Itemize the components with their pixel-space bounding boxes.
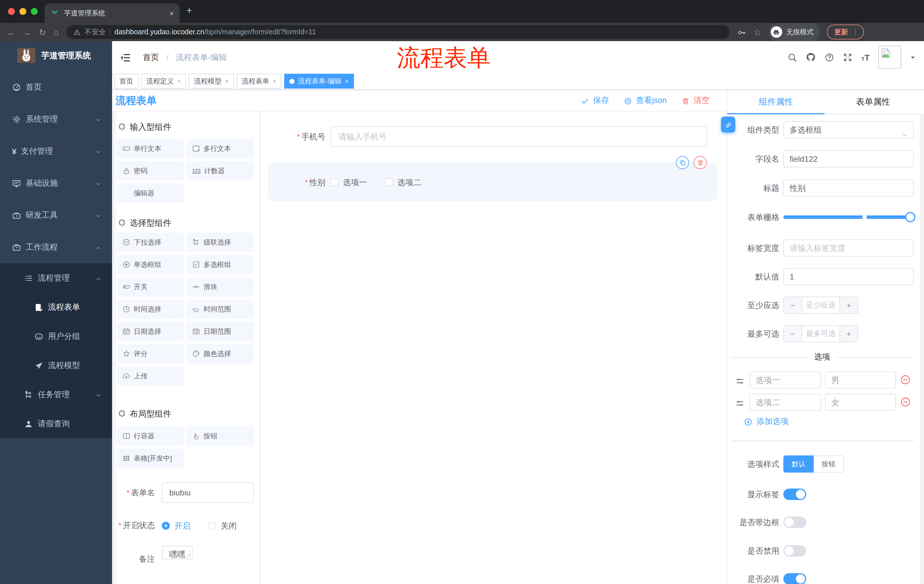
toggle-是否带边框[interactable] [783, 517, 806, 528]
browser-menu-kebab-icon[interactable]: ⋮ [852, 28, 859, 36]
bookmark-star-icon[interactable]: ☆ [753, 28, 762, 36]
tab-close-icon[interactable]: × [170, 9, 174, 17]
checkbox[interactable] [330, 178, 338, 186]
password-key-icon[interactable] [737, 27, 746, 37]
sidebar-item-1[interactable]: 系统管理 [0, 104, 112, 135]
remove-option-button[interactable] [900, 374, 911, 385]
status-radio-on[interactable]: 开启 [162, 521, 190, 531]
tag-1[interactable]: 流程定义× [141, 74, 186, 89]
field-name-input[interactable]: field122 [783, 150, 914, 168]
sidebar-item-6[interactable]: 流程管理 [0, 263, 112, 293]
sidebar-item-11[interactable]: 请假查询 [0, 409, 112, 438]
remove-option-button[interactable] [900, 396, 911, 408]
option-value-input[interactable]: 女 [825, 394, 896, 411]
breadcrumb-home[interactable]: 首页 [143, 53, 159, 62]
palette-item-评分[interactable]: 评分 [117, 344, 184, 364]
sidebar-item-0[interactable]: 首页 [0, 71, 112, 104]
option-value-input[interactable]: 男 [825, 372, 896, 388]
save-button[interactable]: 保存 [581, 95, 609, 105]
delete-component-button[interactable] [693, 156, 707, 169]
sidebar-item-9[interactable]: 流程模型 [0, 351, 112, 380]
tag-2[interactable]: 流程模型× [189, 74, 234, 89]
fullscreen-icon[interactable] [843, 52, 853, 63]
palette-item-日期选择[interactable]: 日期选择 [117, 322, 184, 341]
palette-item-表格[开发中][interactable]: 表格[开发中] [117, 449, 184, 468]
toggle-是否禁用[interactable] [783, 545, 806, 556]
view-json-button[interactable]: 查看json [624, 95, 667, 105]
tag-3[interactable]: 流程表单× [237, 74, 282, 89]
status-radio-off[interactable]: 关闭 [208, 521, 237, 531]
palette-item-计数器[interactable]: 123计数器 [186, 161, 254, 181]
scrollbar-track[interactable] [920, 114, 924, 584]
phone-input[interactable]: 请输入手机号 [330, 126, 707, 147]
palette-item-级联选择[interactable]: 级联选择 [186, 233, 254, 252]
gender-option-1[interactable]: 选项二 [385, 177, 421, 188]
tag-close-icon[interactable]: × [225, 78, 229, 85]
palette-item-开关[interactable]: 开关 [117, 277, 184, 296]
add-option-button[interactable]: 添加选项 [744, 416, 789, 427]
toggle-显示标签[interactable] [783, 489, 806, 500]
palette-item-密码[interactable]: 密码 [117, 161, 184, 181]
tag-close-icon[interactable]: × [345, 78, 349, 85]
address-bar[interactable]: 不安全 dashboard.yudao.iocoder.cn/bpm/manag… [66, 25, 729, 39]
palette-item-编辑器[interactable]: 编辑器 [117, 183, 184, 203]
palette-item-时间范围[interactable]: 时间范围 [186, 299, 254, 319]
palette-item-上传[interactable]: 上传 [117, 366, 184, 386]
new-tab-button[interactable]: + [186, 6, 192, 15]
palette-item-单行文本[interactable]: 单行文本 [117, 139, 184, 158]
collapse-menu-icon[interactable] [119, 52, 131, 63]
clear-button[interactable]: 清空 [681, 95, 710, 105]
tag-4[interactable]: 流程表单-编辑× [284, 74, 354, 89]
component-type-select[interactable]: 多选框组 [783, 121, 914, 138]
palette-item-单选框组[interactable]: 单选框组 [117, 255, 184, 274]
label-width-input[interactable]: 请输入标签宽度 [783, 239, 914, 257]
sidebar-item-2[interactable]: ¥支付管理 [0, 135, 112, 168]
stepper-plus-button[interactable]: + [839, 326, 858, 342]
palette-item-日期范围[interactable]: 日期范围 [186, 322, 254, 341]
tag-close-icon[interactable]: × [177, 78, 181, 85]
search-icon[interactable] [788, 52, 797, 63]
tag-0[interactable]: 首页 [114, 74, 139, 89]
default-value-input[interactable]: 1 [783, 268, 914, 285]
palette-item-颜色选择[interactable]: 颜色选择 [186, 344, 254, 364]
slider-handle[interactable] [905, 212, 916, 222]
tag-close-icon[interactable]: × [273, 78, 276, 85]
style-default-button[interactable]: 默认 [783, 456, 813, 472]
gender-option-0[interactable]: 选项一 [330, 177, 367, 188]
option-label-input[interactable]: 选项二 [750, 394, 821, 411]
avatar[interactable] [878, 46, 901, 69]
drag-handle-icon[interactable] [735, 398, 744, 408]
checkbox[interactable] [385, 178, 393, 186]
max-select-input[interactable]: 最多可选 [802, 326, 839, 342]
browser-tab[interactable]: 芋道管理系统 × [45, 3, 180, 23]
forward-icon[interactable]: → [23, 28, 31, 36]
tab-component-props[interactable]: 组件属性 [727, 90, 825, 114]
remark-textarea[interactable]: 嘿嘿 [162, 546, 193, 559]
toggle-是否必填[interactable] [783, 573, 806, 584]
sidebar-item-4[interactable]: 研发工具 [0, 199, 112, 232]
update-button[interactable]: 更新 ⋮ [827, 25, 864, 39]
drag-handle-icon[interactable] [735, 375, 744, 386]
home-icon[interactable]: ⌂ [53, 28, 59, 36]
window-controls[interactable] [8, 8, 38, 15]
maximize-window-button[interactable] [31, 8, 38, 15]
palette-item-滑块[interactable]: 滑块 [186, 277, 254, 296]
form-name-input[interactable]: biubiu [162, 482, 254, 503]
back-icon[interactable]: ← [7, 28, 15, 36]
palette-item-按钮[interactable]: 按钮 [186, 426, 254, 446]
selected-component-gender[interactable]: *性别 选项一选项二 [268, 162, 718, 201]
sidebar-item-8[interactable]: 用户分组 [0, 322, 112, 351]
copy-component-button[interactable] [676, 156, 689, 169]
palette-item-时间选择[interactable]: 时间选择 [117, 299, 184, 319]
font-size-icon[interactable]: тT [861, 52, 870, 62]
help-icon[interactable] [825, 52, 835, 63]
sidebar-item-3[interactable]: 基础设施 [0, 168, 112, 199]
min-select-input[interactable]: 至少应选 [802, 297, 839, 313]
sidebar-item-7[interactable]: 流程表单 [0, 293, 112, 322]
reload-icon[interactable]: ↻ [39, 28, 46, 36]
github-icon[interactable] [806, 52, 816, 63]
close-window-button[interactable] [8, 8, 15, 15]
palette-item-多行文本[interactable]: 多行文本 [186, 139, 254, 158]
option-label-input[interactable]: 选项一 [750, 372, 821, 388]
stepper-plus-button[interactable]: + [839, 297, 858, 313]
